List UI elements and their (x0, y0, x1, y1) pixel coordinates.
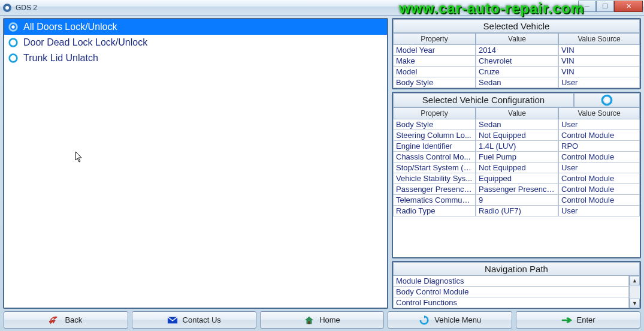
back-button[interactable]: Back (4, 311, 128, 329)
table-row: ModelCruzeVIN (393, 67, 640, 77)
col-source: Value Source (558, 33, 640, 45)
function-label: All Doors Lock/Unlock (23, 22, 117, 32)
cell-source: User (558, 119, 640, 130)
maximize-button[interactable]: ☐ (596, 1, 614, 12)
cell-property: Make (393, 56, 476, 67)
table-row: Telematics Commun...9Control Module (393, 195, 640, 206)
cell-source: VIN (558, 45, 640, 56)
enter-label: Enter (577, 315, 595, 324)
svg-rect-11 (308, 321, 310, 324)
table-row: Body StyleSedanUser (393, 119, 640, 130)
cell-source: Control Module (558, 173, 640, 184)
table-row: Model Year2014VIN (393, 45, 640, 56)
selected-config-panel: Selected Vehicle Configuration Property … (392, 92, 641, 258)
table-row: Vehicle Stability Sys...EquippedControl … (393, 173, 640, 184)
table-row: MakeChevroletVIN (393, 56, 640, 67)
cell-value: 2014 (476, 45, 558, 56)
cell-value: Not Equipped (476, 130, 558, 141)
vehicle-menu-button[interactable]: Vehicle Menu (388, 311, 512, 329)
cell-property: Steering Column Lo... (393, 130, 476, 141)
function-list-panel: All Doors Lock/Unlock Door Dead Lock Loc… (3, 18, 388, 309)
cell-value: Equipped (476, 173, 558, 184)
gear-icon (8, 37, 19, 48)
nav-item[interactable]: Control Functions (393, 297, 629, 308)
function-label: Door Dead Lock Lock/Unlock (23, 37, 147, 48)
nav-scrollbar[interactable]: ▲ ▼ (629, 276, 640, 308)
navigation-path-panel: Navigation Path Module DiagnosticsBody C… (392, 261, 641, 309)
home-label: Home (319, 315, 340, 324)
selected-vehicle-panel: Selected Vehicle Property Value Value So… (392, 18, 641, 89)
svg-point-5 (11, 41, 14, 44)
table-row: Steering Column Lo...Not EquippedControl… (393, 130, 640, 141)
enter-arrow-icon (561, 315, 572, 325)
nav-item[interactable]: Body Control Module (393, 287, 629, 297)
minimize-button[interactable]: ─ (578, 1, 596, 12)
table-row: Chassis Control Mo...Fuel PumpControl Mo… (393, 152, 640, 163)
cell-value: Fuel Pump (476, 152, 558, 163)
vehicle-menu-label: Vehicle Menu (434, 315, 481, 324)
table-row: Engine Identifier1.4L (LUV)RPO (393, 141, 640, 152)
cell-value: Chevrolet (476, 56, 558, 67)
cell-property: Model Year (393, 45, 476, 56)
vehicle-table-header: Property Value Value Source (393, 33, 640, 45)
cell-source: Control Module (558, 195, 640, 206)
selected-vehicle-title: Selected Vehicle (393, 19, 640, 33)
col-source: Value Source (558, 107, 640, 119)
cell-property: Chassis Control Mo... (393, 152, 476, 163)
scroll-down-button[interactable]: ▼ (630, 299, 640, 308)
nav-item-label: Control Functions (393, 297, 629, 308)
nav-item-label: Body Control Module (393, 287, 629, 297)
cell-property: Passenger Presence... (393, 184, 476, 195)
cell-value: 1.4L (LUV) (476, 141, 558, 152)
svg-point-7 (11, 56, 14, 59)
cell-value: Radio (UF7) (476, 206, 558, 216)
cursor-icon (75, 151, 83, 163)
col-property: Property (393, 33, 476, 45)
table-row: Body StyleSedanUser (393, 77, 640, 88)
cell-property: Engine Identifier (393, 141, 476, 152)
back-label: Back (65, 315, 82, 324)
home-button[interactable]: Home (260, 311, 385, 329)
cell-source: User (558, 206, 640, 216)
cell-source: Control Module (558, 184, 640, 195)
home-icon (304, 315, 315, 325)
back-arrow-icon (49, 315, 60, 325)
config-table-header: Property Value Value Source (393, 107, 640, 119)
cell-value: 9 (476, 195, 558, 206)
col-value: Value (476, 107, 558, 119)
cell-property: Telematics Commun... (393, 195, 476, 206)
refresh-icon (419, 315, 430, 325)
svg-point-3 (11, 25, 14, 28)
selected-config-title: Selected Vehicle Configuration (393, 93, 574, 107)
cell-value: Sedan (476, 119, 558, 130)
mail-icon (167, 315, 178, 325)
contact-label: Contact Us (183, 315, 221, 324)
enter-button[interactable]: Enter (516, 311, 640, 329)
gear-icon (8, 22, 19, 32)
cell-source: RPO (558, 141, 640, 152)
col-property: Property (393, 107, 476, 119)
gear-icon (600, 94, 613, 107)
function-item-trunk-lid[interactable]: Trunk Lid Unlatch (4, 50, 387, 66)
config-settings-button[interactable] (574, 93, 640, 107)
contact-us-button[interactable]: Contact Us (132, 311, 256, 329)
cell-property: Vehicle Stability Sys... (393, 173, 476, 184)
svg-point-9 (605, 98, 609, 103)
cell-source: User (558, 77, 640, 88)
scroll-up-button[interactable]: ▲ (630, 276, 640, 285)
window-titlebar: GDS 2 ─ ☐ ✕ (0, 0, 644, 16)
cell-property: Radio Type (393, 206, 476, 216)
function-item-all-doors[interactable]: All Doors Lock/Unlock (4, 19, 387, 35)
cell-property: Body Style (393, 77, 476, 88)
cell-source: VIN (558, 67, 640, 77)
svg-point-1 (5, 6, 9, 10)
nav-item-label: Module Diagnostics (393, 276, 629, 287)
navigation-path-title: Navigation Path (393, 262, 640, 276)
gear-icon (8, 53, 19, 64)
table-row: Radio TypeRadio (UF7)User (393, 206, 640, 216)
function-item-door-dead-lock[interactable]: Door Dead Lock Lock/Unlock (4, 35, 387, 50)
cell-value: Passenger Presence... (476, 184, 558, 195)
nav-item[interactable]: Module Diagnostics (393, 276, 629, 287)
cell-source: User (558, 163, 640, 173)
close-button[interactable]: ✕ (614, 1, 643, 12)
